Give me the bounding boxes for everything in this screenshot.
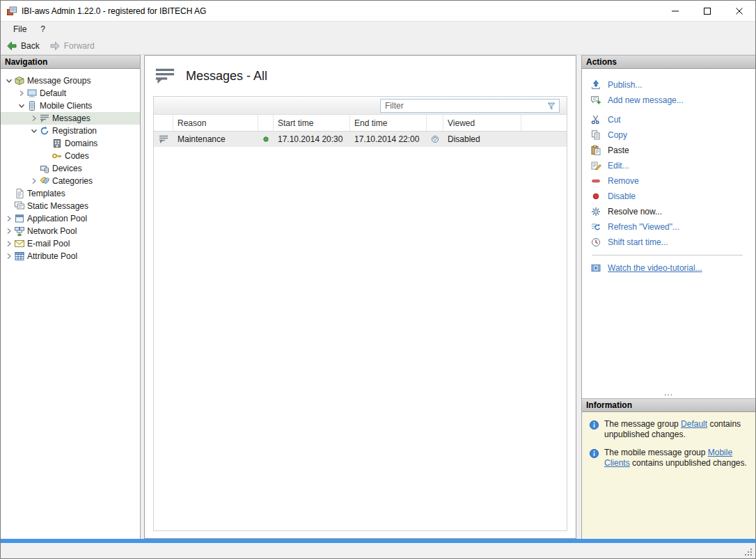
- action-publish[interactable]: Publish...: [590, 77, 751, 93]
- minimize-button[interactable]: [659, 1, 691, 21]
- forward-icon: [49, 40, 61, 52]
- tree-item-label: Network Pool: [27, 226, 77, 236]
- tree-item-domains[interactable]: Domains: [1, 137, 140, 150]
- tree-item-label: Domains: [65, 139, 97, 148]
- table-row-maintenance[interactable]: Maintenance17.10.2014 20:3017.10.2014 22…: [154, 132, 567, 147]
- maximize-button[interactable]: [691, 1, 723, 21]
- actions-list: Publish...Add new message...CutCopyPaste…: [582, 69, 755, 388]
- tree-item-codes[interactable]: Codes: [1, 150, 140, 162]
- tree-chevron-right-icon[interactable]: [29, 115, 39, 122]
- info-link-mobile-clients[interactable]: Mobile Clients: [604, 448, 732, 468]
- column-header-end-time[interactable]: End time: [350, 115, 427, 131]
- action-watch-the-video-tutorial[interactable]: Watch the video-tutorial...: [590, 260, 751, 276]
- tree-item-templates[interactable]: Templates: [1, 187, 140, 200]
- tree-chevron-right-icon[interactable]: [29, 178, 39, 184]
- window-title: IBI-aws Admin 1.22.0 - registered for IB…: [22, 6, 206, 16]
- back-label: Back: [21, 41, 40, 51]
- tree-chevron-right-icon[interactable]: [3, 240, 14, 247]
- action-copy[interactable]: Copy: [590, 127, 751, 143]
- tree-item-label: Static Messages: [27, 201, 88, 211]
- cell-text: Maintenance: [173, 132, 258, 147]
- menu-file[interactable]: File: [8, 23, 32, 36]
- tree-item-message-groups[interactable]: Message Groups: [1, 74, 140, 87]
- filter-band: [154, 97, 567, 115]
- filter-box: [380, 99, 560, 113]
- tree-chevron-right-icon[interactable]: [3, 228, 14, 235]
- forward-label: Forward: [64, 41, 95, 51]
- action-label: Remove: [608, 176, 639, 186]
- tree-item-network-pool[interactable]: Network Pool: [1, 225, 140, 237]
- cut-icon: [590, 114, 601, 125]
- active-dot-icon: [260, 134, 271, 145]
- menubar: File ?: [1, 22, 755, 37]
- tree-chevron-right-icon[interactable]: [3, 253, 14, 260]
- actions-overflow-indicator[interactable]: ...: [582, 388, 755, 398]
- action-label: Disable: [608, 191, 636, 201]
- info-link-default[interactable]: Default: [681, 419, 707, 429]
- column-header-blank[interactable]: [258, 115, 274, 131]
- actions-separator: [592, 255, 743, 255]
- attribute-pool-icon: [14, 251, 25, 262]
- info-item: The message group Default contains unpub…: [589, 419, 750, 440]
- filter-input[interactable]: [385, 101, 546, 111]
- navigation-header: Navigation: [1, 55, 140, 69]
- tree-chevron-right-icon[interactable]: [16, 90, 26, 97]
- main-title-row: Messages - All: [153, 61, 567, 90]
- action-label: Resolve now...: [608, 207, 662, 216]
- resize-grip[interactable]: [744, 548, 753, 557]
- box-icon: [14, 75, 25, 86]
- action-shift-start-time[interactable]: Shift start time...: [590, 235, 751, 250]
- column-header-viewed[interactable]: Viewed: [443, 115, 521, 131]
- titlebar: IBI-aws Admin 1.22.0 - registered for IB…: [1, 1, 755, 22]
- action-resolve-now: Resolve now...: [590, 204, 751, 219]
- tree-item-mobile-clients[interactable]: Mobile Clients: [1, 100, 140, 112]
- tree-item-application-pool[interactable]: Application Pool: [1, 212, 140, 225]
- registration-icon: [39, 125, 50, 136]
- column-header-reason[interactable]: Reason: [173, 115, 258, 131]
- tree-chevron-right-icon[interactable]: [3, 215, 14, 222]
- tree-item-e-mail-pool[interactable]: E-mail Pool: [1, 237, 140, 250]
- right-column: Actions Publish...Add new message...CutC…: [581, 55, 755, 539]
- navigation-tree: Message GroupsDefaultMobile ClientsMessa…: [1, 69, 140, 539]
- forward-button: Forward: [47, 39, 100, 53]
- tree-item-static-messages[interactable]: Static Messages: [1, 200, 140, 212]
- action-cut[interactable]: Cut: [590, 112, 751, 127]
- tree-item-label: Registration: [52, 126, 97, 136]
- action-refresh-viewed[interactable]: Refresh "Viewed"...: [590, 219, 751, 235]
- cell-text: 17.10.2014 20:30: [274, 132, 350, 147]
- action-add-new-message[interactable]: Add new message...: [590, 93, 751, 108]
- tree-item-default[interactable]: Default: [1, 87, 140, 100]
- tree-item-devices[interactable]: Devices: [1, 162, 140, 175]
- cell-filler: [521, 132, 567, 147]
- tree-chevron-down-icon[interactable]: [29, 127, 39, 134]
- desktop-icon: [26, 88, 38, 99]
- navigation-panel: Navigation Message GroupsDefaultMobile C…: [1, 55, 141, 539]
- tree-item-attribute-pool[interactable]: Attribute Pool: [1, 250, 140, 262]
- back-icon: [6, 40, 17, 52]
- cell-messages: [154, 132, 173, 147]
- tree-chevron-down-icon[interactable]: [3, 77, 14, 84]
- column-header-blank[interactable]: [427, 115, 443, 131]
- action-disable[interactable]: Disable: [590, 189, 751, 204]
- action-edit[interactable]: Edit...: [590, 158, 751, 173]
- tree-item-messages[interactable]: Messages: [1, 112, 140, 125]
- column-header-start-time[interactable]: Start time: [274, 115, 350, 131]
- disable-icon: [590, 191, 601, 202]
- back-button[interactable]: Back: [3, 39, 45, 53]
- menu-help[interactable]: ?: [35, 23, 51, 36]
- action-paste: Paste: [590, 143, 751, 158]
- filter-icon[interactable]: [546, 101, 556, 111]
- action-remove[interactable]: Remove: [590, 173, 751, 189]
- window-controls: [659, 1, 755, 21]
- tree-chevron-down-icon[interactable]: [16, 102, 26, 109]
- app-pool-icon: [14, 213, 25, 224]
- tree-item-registration[interactable]: Registration: [1, 125, 140, 137]
- paste-icon: [590, 145, 601, 156]
- cell-active-dot: [258, 132, 274, 147]
- messages-icon: [158, 134, 169, 145]
- information-body: The message group Default contains unpub…: [582, 412, 755, 539]
- cell-text: Disabled: [443, 132, 521, 147]
- close-button[interactable]: [723, 1, 755, 21]
- tree-item-categories[interactable]: Categories: [1, 175, 140, 187]
- column-header-blank[interactable]: [154, 115, 173, 131]
